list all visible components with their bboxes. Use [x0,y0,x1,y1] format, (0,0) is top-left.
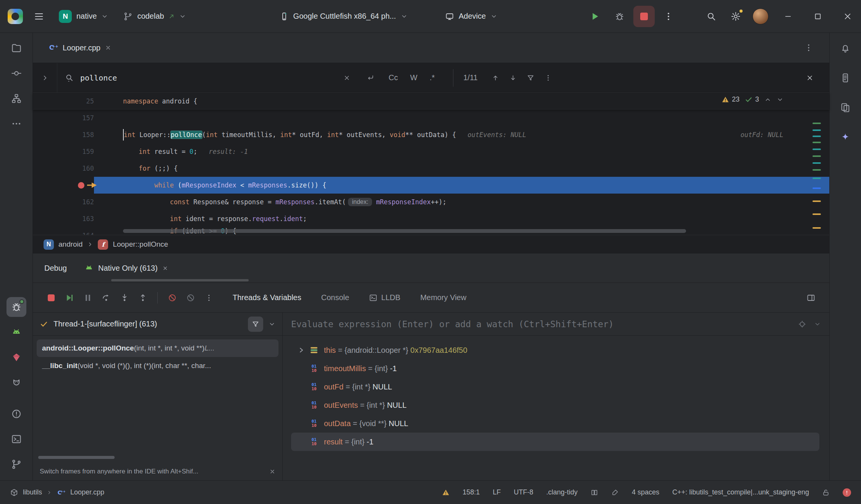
horizontal-scrollbar[interactable] [123,229,686,233]
close-icon[interactable] [269,468,275,475]
close-icon[interactable] [162,265,168,271]
stripe-mark[interactable] [812,123,821,124]
structure-tool-button[interactable] [6,89,26,108]
clang-tidy-widget[interactable]: .clang-tidy [546,488,578,496]
breadcrumb-namespace[interactable]: android [58,240,83,249]
project-tool-button[interactable] [6,38,26,58]
previous-match-button[interactable] [487,69,504,87]
search-input[interactable]: pollonce [80,73,332,82]
vcs-branch-selector[interactable]: codelab [117,6,192,27]
view-breakpoints-button[interactable] [182,289,199,306]
stripe-mark[interactable] [812,149,821,150]
avatar[interactable] [753,8,769,24]
thread-selector[interactable]: Thread-1-[surfaceflinger] (613) [33,313,282,336]
gemini-button[interactable] [835,128,855,147]
search-field[interactable]: pollonce Cc W .* [57,69,443,87]
device-manager-button[interactable] [6,322,26,342]
device-selector[interactable]: Google Cuttlefish x86_64 ph... [274,6,414,27]
code-line-content[interactable]: int ident = response.request.ident; [94,210,829,227]
stripe-mark[interactable] [812,200,821,202]
pause-button[interactable] [79,289,96,306]
mute-breakpoints-button[interactable] [164,289,181,306]
filter-frames-button[interactable] [248,317,263,332]
layout-settings-button[interactable] [803,289,819,306]
stop-process-button[interactable] [43,289,60,306]
gutter[interactable]: 158 [33,126,94,143]
tabs-scrollbar[interactable] [111,279,249,281]
newline-button[interactable] [362,69,379,87]
inspection-highlight-widget[interactable] [611,489,619,496]
resume-button[interactable] [61,289,78,306]
stripe-mark[interactable] [812,142,821,143]
chevron-up-icon[interactable] [764,96,771,103]
whole-words-toggle[interactable]: W [407,71,421,84]
code-row[interactable]: 162 const Response& response = mResponse… [33,194,829,210]
notifications-button[interactable] [835,38,855,58]
code-line-content[interactable]: int result = 0;result: -1 [94,143,829,160]
lock-widget[interactable] [822,489,830,496]
chevron-right-icon[interactable] [298,347,305,354]
gutter[interactable]: 163 [33,210,94,227]
gutter[interactable]: 157 [33,110,94,126]
tab-looper-cpp[interactable]: C++ Looper.cpp [48,33,111,63]
variable-row[interactable]: 0110outEvents = {int *} NULL [291,396,819,414]
more-tools-button[interactable] [6,114,26,134]
app-quality-insights-button[interactable] [6,347,26,367]
adevice-selector[interactable]: Adevice [439,6,503,27]
passed-badge[interactable]: 3 [745,95,759,103]
tab-console[interactable]: Console [321,293,349,302]
breadcrumb-function[interactable]: Looper::pollOnce [113,240,168,249]
code-editor[interactable]: 25namespace android {157158int Looper::p… [33,93,829,235]
tab-lldb[interactable]: LLDB [369,293,400,302]
commit-tool-button[interactable] [6,63,26,83]
main-menu-button[interactable] [28,6,50,27]
reader-mode-widget[interactable] [591,489,598,496]
breakpoint-icon[interactable] [78,182,84,189]
debug-tool-button[interactable] [6,297,26,317]
filter-search-button[interactable] [522,69,539,87]
gutter[interactable]: 160 [33,160,94,177]
stripe-mark[interactable] [812,169,821,171]
step-over-button[interactable] [98,289,115,306]
variable-row[interactable]: 0110outData = {void **} NULL [291,414,819,433]
stripe-mark[interactable] [812,162,821,164]
analysis-warning-widget[interactable] [442,489,450,496]
settings-button[interactable] [725,6,746,27]
gutter[interactable]: 25 [33,93,94,109]
frames-scrollbar[interactable] [38,456,115,459]
gutter[interactable]: 159 [33,143,94,160]
expand-toggle[interactable] [295,347,308,354]
terminal-button[interactable] [6,429,26,449]
error-notification-icon[interactable] [843,488,851,497]
code-row[interactable]: 158int Looper::pollOnce(int timeoutMilli… [33,126,829,143]
chevron-down-icon[interactable] [777,96,783,103]
running-devices-button[interactable] [835,98,855,118]
stripe-mark[interactable] [812,136,821,137]
stop-button[interactable] [633,6,655,27]
code-row[interactable]: 163 int ident = response.request.ident; [33,210,829,227]
search-options-button[interactable] [539,69,557,87]
search-expand-button[interactable] [33,63,57,92]
search-everywhere-button[interactable] [701,6,722,27]
project-selector[interactable]: N native [53,6,114,27]
variable-row[interactable]: 0110result = {int} -1 [291,433,819,451]
code-row[interactable]: 157 [33,110,829,126]
line-separator-widget[interactable]: LF [493,488,501,496]
variable-row[interactable]: this = {android::Looper *} 0x7967aa146f5… [291,341,819,359]
inspection-widget[interactable]: 23 3 [722,95,783,103]
stack-frame-row[interactable]: __libc_init(void *, void (*)(), int (*)(… [37,357,278,375]
gutter[interactable]: 162 [33,194,94,210]
stripe-mark[interactable] [812,178,821,179]
logcat-button[interactable] [6,373,26,393]
sticky-code-row[interactable]: 25namespace android { [33,93,829,110]
problems-button[interactable] [6,404,26,424]
code-line-content[interactable]: for (;;) { [94,160,829,177]
encoding-widget[interactable]: UTF-8 [514,488,533,496]
tab-memory-view[interactable]: Memory View [420,293,466,302]
variable-row[interactable]: 0110timeoutMillis = {int} -1 [291,359,819,378]
debug-session-tab[interactable]: Native Only (613) [84,263,168,273]
stripe-mark[interactable] [812,213,821,215]
close-icon[interactable] [105,45,111,51]
maximize-button[interactable] [804,0,831,33]
code-row[interactable]: while (mResponseIndex < mResponses.size(… [33,177,829,194]
